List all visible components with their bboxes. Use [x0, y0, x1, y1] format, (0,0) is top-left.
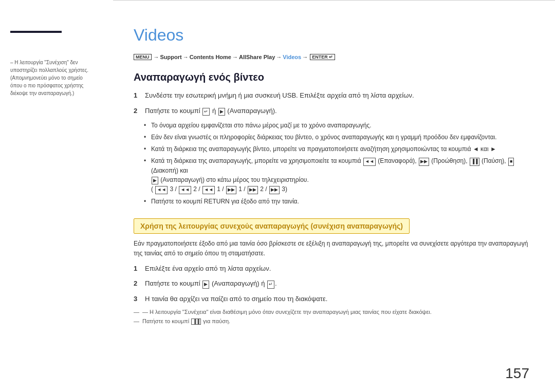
rw1-icon: ◄◄ [202, 186, 215, 194]
s2-step2-num: 2 [134, 278, 141, 289]
highlight-title: Χρήση της λειτουργίας συνεχούς αναπαραγω… [140, 222, 403, 230]
bullet-dot-2: • [144, 133, 148, 142]
bullet-text-4: Κατά τη διάρκεια της αναπαραγωγής, μπορε… [151, 156, 529, 194]
play-icon3: ▶ [152, 177, 158, 185]
bullet-text-2: Εάν δεν είναι γνωστές οι πληροφορίες διά… [151, 133, 497, 142]
s2-step2-text: Πατήστε το κουμπί ▶ (Αναπαραγωγή) ή ↵. [145, 278, 277, 289]
pause-icon2: ▐▐ [191, 319, 201, 325]
bullet-dot-5: • [144, 197, 148, 206]
sidebar-top-bar [10, 31, 62, 33]
menu-icon: MENU [134, 54, 152, 60]
breadcrumb-allshare: AllShare Play [239, 54, 275, 60]
breadcrumb-support: Support [160, 54, 182, 60]
bullet-item-1: • Το όνομα αρχείου εμφανίζεται στο πάνω … [144, 121, 529, 130]
step2-item: 2 Πατήστε το κουμπί ↵ ή ▶ (Αναπαραγωγή). [134, 106, 529, 116]
step1-text: Συνδέστε την εσωτερική μνήμη ή μια συσκε… [145, 90, 414, 101]
rw2-icon: ◄◄ [179, 186, 191, 194]
bullet-dot-3: • [144, 144, 148, 154]
enter-icon: ENTER ↵ [310, 54, 335, 60]
breadcrumb-videos: Videos [283, 54, 301, 60]
bullet-text-1: Το όνομα αρχείου εμφανίζεται στο πάνω μέ… [151, 121, 372, 130]
s2-step3-item: 3 Η ταινία θα αρχίζει να παίζει από το σ… [134, 294, 529, 304]
enter-icon2: ↵ [267, 281, 274, 289]
step2-num: 2 [134, 106, 141, 116]
dash1: — [134, 309, 139, 315]
step1-item: 1 Συνδέστε την εσωτερική μνήμη ή μια συσ… [134, 90, 529, 101]
note2-text: Πατήστε το κουμπί ▐▐ για παύση. [142, 318, 230, 325]
sidebar-note-line5: διέκοψε την αναπαραγωγή.) [10, 89, 103, 97]
ff2-icon: ▶▶ [248, 186, 258, 194]
sidebar-note-line4: όπου ο πιο πρόσφατος χρήστης [10, 82, 103, 89]
bullet-list: • Το όνομα αρχείου εμφανίζεται στο πάνω … [144, 121, 529, 206]
bullet-item-2: • Εάν δεν είναι γνωστές οι πληροφορίες δ… [144, 133, 529, 142]
page-title: Videos [134, 26, 529, 45]
s2-step3-num: 3 [134, 294, 141, 304]
page-number: 157 [505, 365, 529, 382]
s2-step2-item: 2 Πατήστε το κουμπί ▶ (Αναπαραγωγή) ή ↵. [134, 278, 529, 289]
play-icon2: ▶ [218, 108, 225, 116]
step1-num: 1 [134, 90, 141, 101]
breadcrumb-contents: Contents Home [190, 54, 231, 60]
bullet-text-5: Πατήστε το κουμπί RETURN για έξοδο από τ… [151, 197, 299, 206]
rewind-icon: ◄◄ [363, 158, 376, 166]
step2-text: Πατήστε το κουμπί ↵ ή ▶ (Αναπαραγωγή). [145, 106, 277, 116]
bullet-dot-4: • [144, 156, 148, 194]
bullet-item-5: • Πατήστε το κουμπί RETURN για έξοδο από… [144, 197, 529, 206]
section2-intro: Εάν πραγματοποιήσετε έξοδο από μια ταινί… [134, 239, 529, 258]
s2-step1-text: Επιλέξτε ένα αρχείο από τη λίστα αρχείων… [145, 264, 271, 274]
sidebar: – Η λειτουργία "Συνέχιση" δεν υποστηρίζε… [0, 0, 113, 392]
ff1-icon: ▶▶ [226, 186, 236, 194]
breadcrumb-arrow4: → [276, 54, 282, 60]
breadcrumb-arrow1: → [154, 54, 159, 60]
sidebar-note: – Η λειτουργία "Συνέχιση" δεν υποστηρίζε… [10, 59, 103, 97]
forward-icon: ▶▶ [419, 158, 429, 166]
bullet-dot-1: • [144, 121, 148, 130]
note1-text: — Η λειτουργία "Συνέχεια" είναι διαθέσιμ… [142, 309, 432, 315]
s2-step3-text: Η ταινία θα αρχίζει να παίζει από το σημ… [145, 294, 327, 304]
sidebar-note-line3: (Απομνημονεύει μόνο το σημείο [10, 74, 103, 82]
main-content: Videos MENU → Support → Contents Home → … [113, 0, 555, 392]
sidebar-note-line2: υποστηρίζει πολλαπλούς χρήστες. [10, 66, 103, 74]
dash2: — [134, 318, 139, 325]
breadcrumb-arrow3: → [232, 54, 238, 60]
bullet-item-4: • Κατά τη διάρκεια της αναπαραγωγής, μπο… [144, 156, 529, 194]
play-icon4: ▶ [202, 281, 209, 289]
ff3-icon: ▶▶ [269, 186, 280, 194]
s2-step1-num: 1 [134, 264, 141, 274]
pause-icon: ▐▐ [470, 158, 479, 166]
section1-title: Αναπαραγωγή ενός βίντεο [134, 71, 529, 83]
top-divider [113, 0, 555, 1]
bullet-text-3: Κατά τη διάρκεια της αναπαραγωγής βίντεο… [151, 144, 496, 154]
sidebar-note-line1: – Η λειτουργία "Συνέχιση" δεν [10, 59, 103, 66]
rw3-icon: ◄◄ [155, 186, 168, 194]
note2: — Πατήστε το κουμπί ▐▐ για παύση. [134, 318, 529, 325]
breadcrumb-arrow5: → [302, 54, 308, 60]
play-icon1: ↵ [202, 108, 210, 116]
breadcrumb-arrow2: → [183, 54, 189, 60]
breadcrumb: MENU → Support → Contents Home → AllShar… [134, 54, 529, 60]
bullet-item-3: • Κατά τη διάρκεια της αναπαραγωγής βίντ… [144, 144, 529, 154]
s2-step1-item: 1 Επιλέξτε ένα αρχείο από τη λίστα αρχεί… [134, 264, 529, 274]
stop-icon: ■ [508, 158, 514, 166]
note1: — — Η λειτουργία "Συνέχεια" είναι διαθέσ… [134, 309, 529, 315]
highlight-section: Χρήση της λειτουργίας συνεχούς αναπαραγω… [134, 218, 410, 234]
